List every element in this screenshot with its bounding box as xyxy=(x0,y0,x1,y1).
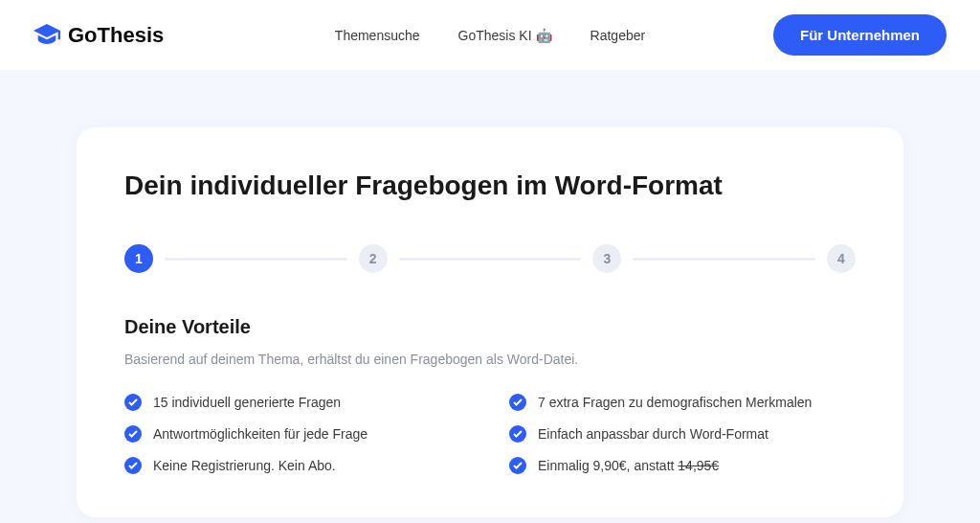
list-item: 7 extra Fragen zu demografischen Merkmal… xyxy=(509,394,856,411)
check-icon xyxy=(124,394,142,411)
check-icon xyxy=(509,425,526,443)
list-item: Antwortmöglichkeiten für jede Frage xyxy=(124,425,471,443)
benefit-text: Einfach anpassbar durch Word-Format xyxy=(538,426,768,442)
robot-icon: 🤖 xyxy=(536,28,552,43)
benefit-text: Keine Registrierung. Kein Abo. xyxy=(153,458,336,473)
step-2[interactable]: 2 xyxy=(359,244,388,273)
questionnaire-card: Dein individueller Fragebogen im Word-Fo… xyxy=(77,127,903,517)
step-3[interactable]: 3 xyxy=(592,244,621,273)
nav-label: Themensuche xyxy=(335,28,420,43)
step-indicator: 1 2 3 4 xyxy=(124,244,856,273)
logo[interactable]: GoThesis xyxy=(33,23,164,48)
check-icon xyxy=(509,394,526,411)
benefits-title: Deine Vorteile xyxy=(124,316,856,338)
step-line xyxy=(633,258,815,261)
list-item: Einfach anpassbar durch Word-Format xyxy=(509,425,856,443)
logo-text: GoThesis xyxy=(68,23,164,48)
nav-label: Ratgeber xyxy=(590,28,646,43)
nav-label: GoThesis KI xyxy=(458,28,532,43)
step-line xyxy=(165,258,347,261)
graduation-cap-icon xyxy=(33,24,60,47)
benefit-text: 15 individuell generierte Fragen xyxy=(153,395,341,410)
card-title: Dein individueller Fragebogen im Word-Fo… xyxy=(124,171,856,201)
step-line xyxy=(399,258,582,261)
benefit-text: 7 extra Fragen zu demografischen Merkmal… xyxy=(538,395,812,410)
benefits-list: 15 individuell generierte Fragen 7 extra… xyxy=(124,394,856,474)
cta-enterprise-button[interactable]: Für Unternehmen xyxy=(773,14,947,56)
nav-gothesis-ki[interactable]: GoThesis KI 🤖 xyxy=(458,28,552,43)
main-content: Dein individueller Fragebogen im Word-Fo… xyxy=(0,70,980,517)
main-nav: Themensuche GoThesis KI 🤖 Ratgeber xyxy=(335,28,645,43)
list-item: Einmalig 9,90€, anstatt 14,95€ xyxy=(509,457,856,474)
nav-ratgeber[interactable]: Ratgeber xyxy=(590,28,646,43)
check-icon xyxy=(509,457,526,474)
nav-themensuche[interactable]: Themensuche xyxy=(335,28,420,43)
header: GoThesis Themensuche GoThesis KI 🤖 Ratge… xyxy=(0,0,980,70)
benefit-text: Antwortmöglichkeiten für jede Frage xyxy=(153,426,368,442)
benefit-text: Einmalig 9,90€, anstatt 14,95€ xyxy=(538,458,719,473)
benefits-description: Basierend auf deinem Thema, erhältst du … xyxy=(124,352,856,367)
check-icon xyxy=(124,457,142,474)
step-4[interactable]: 4 xyxy=(827,244,856,273)
list-item: Keine Registrierung. Kein Abo. xyxy=(124,457,471,474)
list-item: 15 individuell generierte Fragen xyxy=(124,394,471,411)
check-icon xyxy=(124,425,142,443)
step-1[interactable]: 1 xyxy=(124,244,153,273)
